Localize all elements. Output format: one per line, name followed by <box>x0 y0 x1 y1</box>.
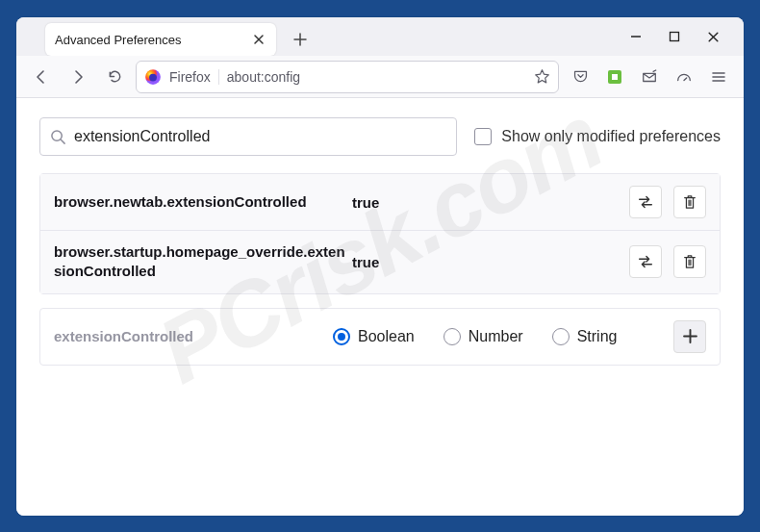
minimize-button[interactable] <box>628 29 644 44</box>
pref-actions <box>629 186 706 218</box>
radio-string[interactable]: String <box>552 328 618 345</box>
add-button[interactable] <box>673 320 706 353</box>
table-row[interactable]: browser.newtab.extensionControlled true <box>40 174 720 231</box>
svg-rect-4 <box>612 74 618 80</box>
pref-value: true <box>352 194 629 211</box>
delete-button[interactable] <box>673 245 706 278</box>
radio-label: String <box>577 328 618 345</box>
delete-button[interactable] <box>673 186 706 218</box>
browser-window: Advanced Preferences <box>16 17 744 516</box>
svg-point-5 <box>52 130 62 139</box>
toggle-button[interactable] <box>629 186 662 218</box>
radio-icon <box>443 328 461 345</box>
dashboard-button[interactable] <box>669 62 699 92</box>
checkbox-icon <box>474 128 492 145</box>
extension-button[interactable] <box>599 62 630 92</box>
reload-button[interactable] <box>99 62 130 92</box>
type-radio-group: Boolean Number String <box>333 328 673 345</box>
url-bar[interactable]: Firefox about:config <box>136 61 559 93</box>
radio-number[interactable]: Number <box>443 328 523 345</box>
window-controls <box>628 17 744 56</box>
svg-point-2 <box>149 73 157 81</box>
tab-title: Advanced Preferences <box>55 33 182 47</box>
radio-boolean[interactable]: Boolean <box>333 328 415 345</box>
search-box[interactable] <box>39 117 457 156</box>
back-button[interactable] <box>26 62 57 92</box>
maximize-button[interactable] <box>667 29 682 44</box>
checkbox-label: Show only modified preferences <box>501 128 721 145</box>
new-tab-button[interactable] <box>286 25 315 54</box>
table-row[interactable]: browser.startup.homepage_override.extens… <box>40 231 720 293</box>
url-identity: Firefox <box>169 69 219 85</box>
pref-value: true <box>352 254 629 270</box>
content-area: Show only modified preferences browser.n… <box>16 98 744 516</box>
pocket-button[interactable] <box>565 62 595 92</box>
menu-button[interactable] <box>703 62 734 92</box>
radio-icon <box>552 328 570 345</box>
svg-rect-0 <box>671 33 679 41</box>
browser-tab[interactable]: Advanced Preferences <box>45 23 276 56</box>
firefox-logo-icon <box>144 68 162 86</box>
pref-actions <box>629 245 706 278</box>
preferences-table: browser.newtab.extensionControlled true … <box>39 173 721 294</box>
toolbar: Firefox about:config <box>16 56 744 98</box>
url-text: about:config <box>227 69 526 85</box>
show-modified-checkbox[interactable]: Show only modified preferences <box>474 128 721 145</box>
radio-label: Number <box>469 328 523 345</box>
toolbar-right <box>565 62 734 92</box>
mail-button[interactable] <box>634 62 665 92</box>
close-tab-icon[interactable] <box>251 32 266 47</box>
bookmark-star-icon[interactable] <box>534 68 550 85</box>
pref-name: browser.startup.homepage_override.extens… <box>54 242 352 282</box>
forward-button[interactable] <box>63 62 93 92</box>
search-row: Show only modified preferences <box>39 117 721 156</box>
search-input[interactable] <box>74 128 446 145</box>
tab-bar: Advanced Preferences <box>16 17 744 56</box>
radio-label: Boolean <box>358 328 415 345</box>
radio-icon <box>333 328 350 345</box>
search-icon <box>50 129 66 145</box>
create-name: extensionControlled <box>54 328 333 344</box>
pref-name: browser.newtab.extensionControlled <box>54 192 352 212</box>
toggle-button[interactable] <box>629 245 662 278</box>
close-window-button[interactable] <box>705 29 721 44</box>
create-preference-row: extensionControlled Boolean Number Strin… <box>39 308 721 366</box>
